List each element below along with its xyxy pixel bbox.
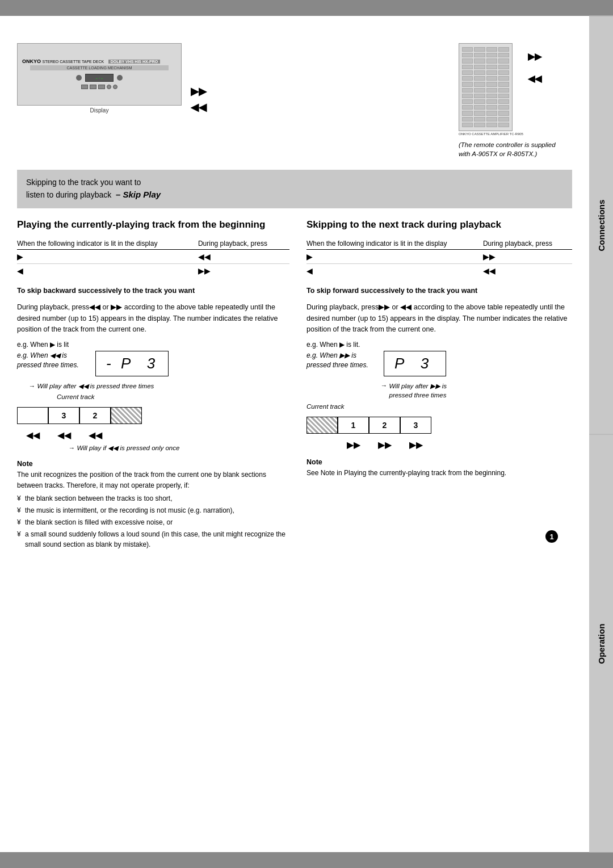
table2-col1-header: When the following indicator is lit in t…: [306, 238, 483, 250]
note-text-right: See Note in Playing the currently-playin…: [306, 468, 572, 479]
right-remote-section: ONKYO CASSETTE AMPLIFIER TC-R905 ▶▶ ◀◀ (…: [459, 43, 572, 158]
current-track-label-left: Current track: [57, 393, 94, 400]
skip-play-banner: Skipping to the track you want to listen…: [17, 170, 572, 208]
bullet-1: the blank section between the tracks is …: [17, 493, 289, 504]
section2-table: When the following indicator is lit in t…: [306, 238, 572, 278]
track-box-r2: 2: [369, 417, 400, 434]
section1-table: When the following indicator is lit in t…: [17, 238, 289, 278]
track-ctrl-right3: ▶▶: [400, 439, 431, 450]
table2-row2-col2: ◀◀: [483, 263, 572, 278]
track-box-3: 3: [48, 407, 79, 424]
track-box-r1: 1: [338, 417, 369, 434]
eg-when-play-lit-right: e.g. When ▶ is lit.: [306, 341, 572, 349]
right-column: Skipping to the next track during playba…: [306, 219, 572, 552]
table1-row1-col1: ▶: [17, 249, 198, 263]
section1-para1: During playback, press◀◀ or ▶▶ according…: [17, 302, 289, 335]
table2-row2-col1: ◀: [306, 263, 483, 278]
table-row: ◀ ▶▶: [17, 263, 289, 278]
skip-forward-heading: To skip forward successively to the trac…: [306, 286, 572, 296]
table1-col2-header: During playback, press: [198, 238, 289, 250]
device-arrows: ▶▶ ◀◀: [191, 85, 207, 114]
page-container: Connections Operation ONKYO STEREO CASSE…: [0, 0, 613, 868]
bullet-3: the blank section is filled with excessi…: [17, 517, 289, 527]
table2-col2-header: During playback, press: [483, 238, 572, 250]
table2-row1-col2: ▶▶: [483, 249, 572, 263]
display-graphic-left: - P 3: [95, 351, 169, 376]
remote-side-arrows: ▶▶ ◀◀: [528, 43, 541, 84]
sidebar-item-operation: Operation: [589, 434, 613, 853]
table-row: ▶ ▶▶: [306, 249, 572, 263]
section2-heading: Skipping to the next track during playba…: [306, 219, 572, 231]
main-content: ONKYO STEREO CASSETTE TAPE DECK DOLBY VH…: [0, 32, 589, 563]
track-ctrl-left2: ◀◀: [48, 430, 79, 441]
bullet-2: the music is intermittent, or the record…: [17, 505, 289, 515]
bullet-4: a small sound suddenly follows a loud so…: [17, 529, 289, 550]
table-row: ▶ ◀◀: [17, 249, 289, 263]
remote-image: ONKYO CASSETTE AMPLIFIER TC-R905: [459, 43, 523, 136]
left-device-section: ONKYO STEREO CASSETTE TAPE DECK DOLBY VH…: [17, 43, 447, 158]
note-section-left: Note The unit recognizes the position of…: [17, 460, 289, 550]
sidebar-item-connections: Connections: [589, 16, 613, 434]
track-box-current-right: [306, 417, 338, 434]
track-box-r3: 3: [400, 417, 431, 434]
top-bar: [0, 0, 613, 16]
device-image: ONKYO STEREO CASSETTE TAPE DECK DOLBY VH…: [17, 43, 182, 106]
note-title-left: Note: [17, 460, 289, 468]
eg-when-play-lit: e.g. When ▶ is lit: [17, 341, 289, 349]
note-title-right: Note: [306, 458, 572, 466]
skip-backward-heading: To skip backward successively to the tra…: [17, 286, 289, 296]
track-diagram-left: 3 2: [17, 407, 289, 424]
remote-caption: (The remote controller is supplied with …: [459, 141, 556, 157]
left-column: Playing the currently-playing track from…: [17, 219, 289, 552]
table1-row2-col1: ◀: [17, 263, 198, 278]
table1-row1-col2: ◀◀: [198, 249, 289, 263]
section2-para1: During playback, press▶▶ or ◀◀ according…: [306, 302, 572, 335]
will-play-if: →Will play if ◀◀ is pressed only once: [68, 444, 289, 452]
track-diagram-right: 1 2 3: [306, 417, 572, 434]
will-play-after-right: →Will play after ▶▶ is pressed three tim…: [380, 382, 572, 400]
eg-when-pressed-right: e.g. When ▶▶ is pressed three times.: [306, 351, 375, 370]
display-graphic-right: P 3: [384, 351, 446, 376]
track-ctrl-left1: ◀◀: [17, 430, 48, 441]
will-play-after-left: →Will play after ◀◀ is pressed three tim…: [28, 382, 289, 390]
sidebar-tabs: Connections Operation: [589, 16, 613, 852]
track-ctrl-right2: ▶▶: [369, 439, 400, 450]
eg-when-pressed-left: e.g. When ◀◀ is pressed three times.: [17, 351, 85, 370]
table2-row1-col1: ▶: [306, 249, 483, 263]
current-track-label-right: Current track: [306, 403, 344, 410]
table-row: ◀ ◀◀: [306, 263, 572, 278]
track-box-2: 2: [79, 407, 111, 424]
device-display-label: Display: [17, 107, 182, 114]
top-section: ONKYO STEREO CASSETTE TAPE DECK DOLBY VH…: [17, 43, 572, 158]
track-ctrl-left3: ◀◀: [79, 430, 111, 441]
bottom-bar: [0, 852, 613, 868]
two-column-layout: Playing the currently-playing track from…: [17, 219, 572, 552]
note-section-right: Note See Note in Playing the currently-p…: [306, 458, 572, 479]
track-box-current-left: [111, 407, 142, 424]
table1-row2-col2: ▶▶: [198, 263, 289, 278]
section1-heading: Playing the currently-playing track from…: [17, 219, 289, 231]
table1-col1-header: When the following indicator is lit in t…: [17, 238, 198, 250]
track-ctrl-right1: ▶▶: [338, 439, 369, 450]
note-text-left: The unit recognizes the position of the …: [17, 469, 289, 490]
